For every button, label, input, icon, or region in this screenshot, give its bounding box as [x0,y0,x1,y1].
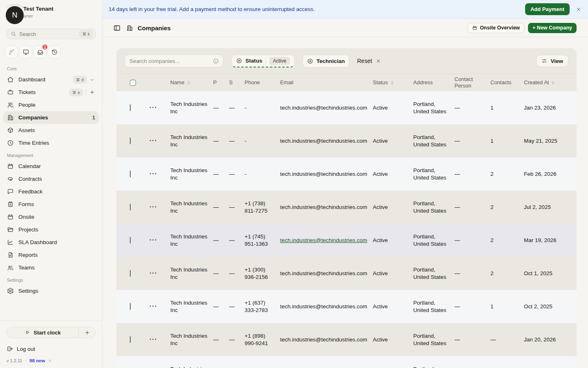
tenant-switcher[interactable]: N Test Tenant Owner [0,0,102,26]
cell-name[interactable]: Tech Industries Inc [170,167,213,181]
history-button[interactable] [48,45,61,58]
dismiss-banner-icon[interactable] [576,7,581,12]
row-actions-button[interactable]: ··· [149,137,157,144]
table-row[interactable]: ···Tech Industries Inc——+1 (300) 936-215… [116,257,577,290]
reset-filters-button[interactable]: Reset [357,58,381,64]
sidebar-item-assets[interactable]: Assets [3,124,99,137]
table-row[interactable]: ···Tech Industries Inc——+1 (745) 951-136… [116,224,577,257]
table-row[interactable]: ···Tech Industries Inc+1 (…)Portland, Un… [116,356,577,368]
column-header-s[interactable]: S [229,79,245,86]
row-checkbox[interactable] [130,204,131,211]
cell-name[interactable]: Tech Industries Inc [170,299,213,314]
row-checkbox[interactable] [130,137,131,144]
column-header-contact_person[interactable]: Contact Person [454,76,490,90]
add-payment-button[interactable]: Add Payment [525,3,570,15]
sidebar-item-settings[interactable]: Settings [3,285,99,297]
user-avatar[interactable]: N [6,6,24,24]
ai-assistant-button[interactable] [5,45,18,58]
sidebar-item-sla-dashboard[interactable]: SLA Dashboard [3,236,99,249]
add-ticket-icon[interactable] [89,89,95,95]
sidebar-item-label: Settings [18,288,38,294]
row-checkbox[interactable] [130,336,131,343]
toggle-sidebar-icon[interactable] [113,24,121,32]
cell-name[interactable]: Tech Industries Inc [170,266,213,280]
cell-email-link[interactable]: tech.industries@techindustries.com [280,337,367,343]
sidebar-item-people[interactable]: People [3,99,99,111]
row-checkbox[interactable] [130,303,131,310]
add-timer-button[interactable] [79,327,95,338]
select-all-checkbox[interactable] [130,80,136,86]
sort-icon[interactable] [186,80,192,85]
nav-section-title: Settings [3,274,99,285]
table-row[interactable]: ···Tech Industries Inc——+1 (738) 811-727… [116,191,577,224]
row-actions-button[interactable]: ··· [149,104,157,111]
row-actions-button[interactable]: ··· [149,170,157,177]
cell-email-link[interactable]: tech.industries@techindustries.com [280,105,367,111]
inbox-button[interactable]: 1 [33,45,47,58]
row-checkbox[interactable] [130,171,131,177]
new-company-button[interactable]: + New Company [528,23,577,33]
technician-filter-chip[interactable]: Technician [303,55,350,67]
row-actions-button[interactable]: ··· [149,203,157,210]
cell-email-link[interactable]: tech.industries@techindustries.com [280,303,367,310]
table-row[interactable]: ···Tech Industries Inc——-tech.industries… [116,157,577,191]
status-filter-chip[interactable]: Status Active [232,55,294,67]
sidebar-item-teams[interactable]: Teams [3,261,99,274]
table-row[interactable]: ···Tech Industries Inc——+1 (637) 333-278… [116,290,577,323]
cell-name[interactable]: Tech Industries Inc [170,101,213,115]
column-header-email[interactable]: Email [280,79,373,86]
sidebar-item-calendar[interactable]: Calendar [3,160,99,173]
row-checkbox[interactable] [130,237,131,244]
nav-section-title: Management [3,149,99,160]
row-checkbox[interactable] [130,270,131,277]
table-row[interactable]: ···Tech Industries Inc——+1 (898) 990-924… [116,323,577,356]
cell-name[interactable]: Tech Industries Inc [170,233,213,247]
cell-email-link[interactable]: tech.industries@techindustries.com [280,138,367,144]
column-header-phone[interactable]: Phone [245,79,280,86]
sort-icon[interactable] [550,80,556,85]
row-actions-button[interactable]: ··· [149,303,157,310]
sidebar-item-tickets[interactable]: Tickets⌘ e [3,86,99,99]
sidebar-item-feedback[interactable]: Feedback [3,185,99,198]
search-companies-input[interactable]: Search companies... [125,54,223,67]
column-header-created_at[interactable]: Created At [524,79,577,86]
sidebar-item-reports[interactable]: Reports [3,249,99,261]
sidebar-item-contracts[interactable]: Contracts [3,173,99,185]
cell-name[interactable]: Tech Industries Inc [170,366,213,368]
view-button[interactable]: View [536,55,568,67]
cell-email-link[interactable]: tech.industries@techindustries.com [280,237,367,243]
sidebar-item-forms[interactable]: Forms [3,198,99,211]
column-header-name[interactable]: Name [170,79,213,86]
row-actions-button[interactable]: ··· [149,269,157,276]
cell-email-link[interactable]: tech.industries@techindustries.com [280,171,367,177]
search-input[interactable]: Search ⌘ k [7,29,96,39]
whats-new-link[interactable]: 98 new [29,358,45,363]
sidebar-item-onsite[interactable]: Onsite [3,211,99,223]
sort-icon[interactable] [390,80,395,85]
sidebar-item-time-entries[interactable]: Time Entries [3,137,99,149]
remote-screen-button[interactable] [19,45,32,58]
cell-email-link[interactable]: tech.industries@techindustries.com [280,204,367,210]
row-actions-button[interactable]: ··· [149,236,157,243]
onsite-overview-button[interactable]: Onsite Overview [468,23,524,33]
start-clock-button[interactable]: Start clock [7,327,78,338]
cell-name[interactable]: Tech Industries Inc [170,200,213,214]
table-row[interactable]: ···Tech Industries Inc——-tech.industries… [116,91,577,124]
cell-name[interactable]: Tech Industries Inc [170,332,213,347]
column-header-status[interactable]: Status [373,79,413,86]
row-actions-button[interactable]: ··· [149,336,157,343]
cell-email-link[interactable]: tech.industries@techindustries.com [280,270,367,276]
sidebar-item-dashboard[interactable]: Dashboard⌘ d [3,73,99,86]
logout-button[interactable]: Log out [7,346,96,352]
table-row[interactable]: ···Tech Industries Inc——-tech.industries… [116,124,577,157]
row-checkbox[interactable] [130,104,131,111]
trial-banner: 14 days left in your free trial. Add a p… [102,0,588,19]
column-header-p[interactable]: P [213,79,229,86]
chevron-down-icon[interactable] [89,77,95,83]
sidebar-item-projects[interactable]: Projects [3,223,99,236]
dismiss-version-icon[interactable] [48,359,52,363]
column-header-address[interactable]: Address [413,79,454,86]
sidebar-item-companies[interactable]: Companies1 [3,111,99,124]
column-header-contacts[interactable]: Contacts [490,79,524,86]
cell-name[interactable]: Tech Industries Inc [170,134,213,148]
